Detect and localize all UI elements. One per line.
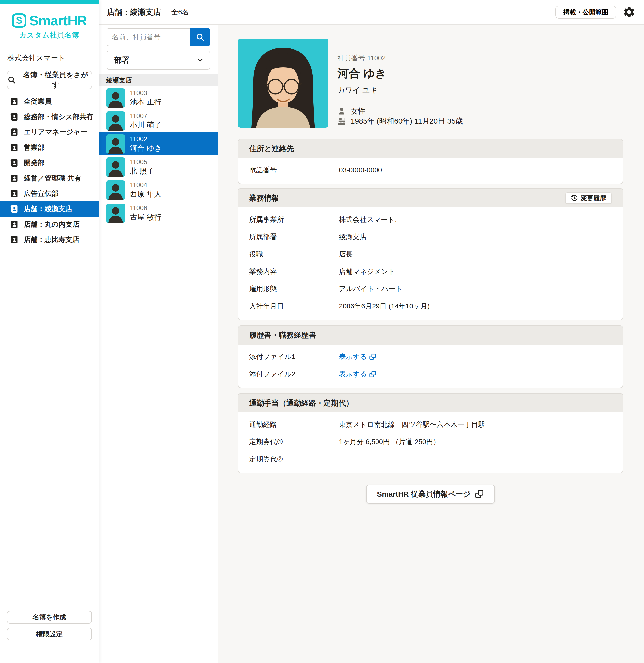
field-row: 役職 店長: [249, 246, 612, 263]
smarthr-logo-text: SmartHR: [29, 13, 87, 28]
employee-list-item[interactable]: 11004 西原 隼人: [99, 179, 218, 202]
gender-row: 女性: [337, 106, 463, 116]
directory-search-button[interactable]: 名簿・従業員をさがす: [7, 71, 92, 89]
section-commute: 通勤手当（通勤経路・定期代） 通勤経路 東京メトロ南北線 四ツ谷駅〜六本木一丁目…: [238, 393, 623, 473]
company-name: 株式会社スマート: [7, 53, 99, 63]
birthday-cake-icon: [337, 117, 346, 125]
sidebar-item-general-affairs[interactable]: 総務部・情シス部共有: [0, 109, 99, 124]
employee-number: 社員番号 11002: [337, 53, 463, 63]
field-row: 添付ファイル2 表示する: [249, 365, 612, 383]
external-link-icon: [474, 489, 484, 499]
section-work: 業務情報 変更履歴 所属事業所 株式会社スマート. 所属部署 綾瀬支店 役職 店…: [238, 188, 623, 320]
directory-nav: 全従業員 総務部・情シス部共有 エリアマネージャー 営業部 開発部 経営／管理職…: [0, 94, 99, 247]
employee-list-item[interactable]: 11005 北 照子: [99, 156, 218, 179]
sidebar-item-development[interactable]: 開発部: [0, 155, 99, 170]
field-row: 雇用形態 アルバイト・パート: [249, 280, 612, 298]
sidebar: S SmartHR カスタム社員名簿 株式会社スマート 名簿・従業員をさがす 全…: [0, 0, 99, 663]
employee-list-item[interactable]: 11007 小川 萌子: [99, 109, 218, 133]
address-book-icon: [10, 113, 18, 121]
page-title: 店舗：綾瀬支店: [107, 7, 161, 17]
avatar: [106, 88, 125, 108]
avatar: [106, 181, 125, 200]
section-resume-title: 履歴書・職務経歴書: [238, 326, 623, 345]
avatar: [106, 134, 125, 154]
sidebar-item-area-manager[interactable]: エリアマネージャー: [0, 124, 99, 140]
settings-button[interactable]: [622, 5, 636, 19]
history-icon: [571, 195, 578, 202]
external-link-icon: [369, 353, 376, 361]
address-book-icon: [10, 97, 18, 106]
attachment-1-view-link[interactable]: 表示する: [339, 352, 376, 362]
employee-list-item[interactable]: 11006 古屋 敏行: [99, 202, 218, 225]
address-book-icon: [10, 128, 18, 136]
publish-scope-button[interactable]: 掲載・公開範囲: [555, 6, 616, 19]
address-book-icon: [10, 143, 18, 152]
field-row: 入社年月日 2006年6月29日 (14年10ヶ月): [249, 298, 612, 315]
employee-list-panel: 部署 綾瀬支店 11003 池本 正行 11007 小川 萌子 11002 河合…: [99, 25, 218, 663]
brand-teal-strip: [0, 0, 99, 4]
sidebar-item-ebisu-branch[interactable]: 店舗：恵比寿支店: [0, 232, 99, 247]
employee-list-item[interactable]: 11003 池本 正行: [99, 86, 218, 109]
employee-photo: [238, 39, 329, 128]
top-header: 店舗：綾瀬支店 全6名 掲載・公開範囲: [99, 0, 644, 25]
sidebar-item-ayase-branch[interactable]: 店舗：綾瀬支店: [0, 201, 99, 216]
field-row: 所属部署 綾瀬支店: [249, 228, 612, 246]
avatar: [106, 157, 125, 177]
address-book-icon: [10, 159, 18, 167]
field-row: 業務内容 店舗マネジメント: [249, 263, 612, 280]
sidebar-item-management[interactable]: 経営／管理職 共有: [0, 170, 99, 186]
sidebar-item-advertising[interactable]: 広告宣伝部: [0, 186, 99, 201]
section-commute-title: 通勤手当（通勤経路・定期代）: [238, 394, 623, 412]
profile-header: 社員番号 11002 河合 ゆき カワイ ユキ 女性 1985年 (昭和60年)…: [238, 39, 623, 128]
address-book-icon: [10, 174, 18, 182]
employee-count: 全6名: [171, 7, 189, 17]
group-header: 綾瀬支店: [99, 74, 218, 86]
section-work-title: 業務情報: [249, 193, 279, 203]
permission-settings-button[interactable]: 権限設定: [7, 627, 92, 640]
address-book-icon: [10, 220, 18, 229]
field-row: 通勤経路 東京メトロ南北線 四ツ谷駅〜六本木一丁目駅: [249, 416, 612, 433]
smarthr-logo-icon: S: [12, 14, 26, 28]
search-icon: [7, 76, 16, 84]
smarthr-logo: S SmartHR: [0, 13, 99, 28]
department-filter-select[interactable]: 部署: [107, 50, 210, 70]
address-book-icon: [10, 205, 18, 213]
address-book-icon: [10, 189, 18, 198]
smarthr-directory-app: 店舗：綾瀬支店 全6名 掲載・公開範囲 S SmartHR カスタム社員名簿 株…: [0, 0, 644, 663]
avatar: [106, 204, 125, 223]
section-contact: 住所と連絡先 電話番号 03-0000-0000: [238, 139, 623, 184]
sidebar-item-sales[interactable]: 営業部: [0, 140, 99, 155]
employee-list-item-selected[interactable]: 11002 河合 ゆき: [99, 133, 218, 156]
address-book-icon: [10, 235, 18, 244]
employee-name: 河合 ゆき: [337, 66, 463, 81]
app-subtitle: カスタム社員名簿: [0, 30, 99, 40]
sidebar-item-all-employees[interactable]: 全従業員: [0, 94, 99, 109]
section-contact-title: 住所と連絡先: [238, 139, 623, 158]
person-icon: [337, 107, 346, 115]
avatar: [106, 111, 125, 131]
profile-info: 社員番号 11002 河合 ゆき カワイ ユキ 女性 1985年 (昭和60年)…: [337, 39, 463, 128]
field-row: 電話番号 03-0000-0000: [249, 161, 612, 179]
sidebar-footer: 名簿を作成 権限設定: [0, 602, 99, 640]
field-row: 所属事業所 株式会社スマート.: [249, 211, 612, 228]
attachment-2-view-link[interactable]: 表示する: [339, 369, 376, 379]
birthday-row: 1985年 (昭和60年) 11月20日 35歳: [337, 116, 463, 126]
employee-search-button[interactable]: [190, 28, 210, 46]
chevron-down-icon: [196, 56, 204, 64]
employee-detail-panel: 社員番号 11002 河合 ゆき カワイ ユキ 女性 1985年 (昭和60年)…: [218, 25, 644, 663]
field-row: 添付ファイル1 表示する: [249, 348, 612, 365]
sidebar-item-marunouchi-branch[interactable]: 店舗：丸の内支店: [0, 216, 99, 232]
field-row: 定期券代②: [249, 451, 612, 468]
employee-search-input[interactable]: [107, 28, 190, 46]
external-link-icon: [369, 370, 376, 378]
employee-kana: カワイ ユキ: [337, 85, 463, 95]
section-resume: 履歴書・職務経歴書 添付ファイル1 表示する 添付ファイル2 表示する: [238, 325, 623, 388]
create-roster-button[interactable]: 名簿を作成: [7, 611, 92, 624]
change-history-button[interactable]: 変更履歴: [565, 192, 612, 204]
field-row: 定期券代① 1ヶ月分 6,500円 （片道 250円）: [249, 433, 612, 451]
employee-search: [107, 28, 210, 46]
gear-icon: [623, 6, 636, 19]
smarthr-employee-page-button[interactable]: SmartHR 従業員情報ページ: [366, 485, 495, 504]
search-icon: [196, 33, 205, 42]
